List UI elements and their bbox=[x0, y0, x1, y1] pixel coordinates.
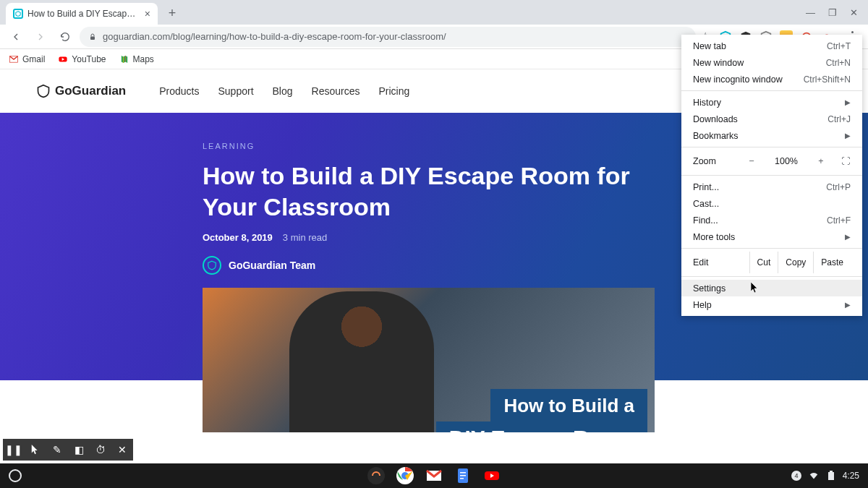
tab-strip: How to Build a DIY Escape Room × + — ❐ ✕ bbox=[0, 0, 868, 25]
menu-new-window[interactable]: New windowCtrl+N bbox=[681, 54, 862, 71]
svg-rect-13 bbox=[460, 478, 464, 479]
screen-recorder-toolbar: ❚❚ ✎ ◧ ⏱ ✕ bbox=[3, 439, 133, 461]
menu-new-tab[interactable]: New tabCtrl+T bbox=[681, 38, 862, 54]
menu-find[interactable]: Find...Ctrl+F bbox=[681, 212, 862, 228]
app-gmail-icon[interactable] bbox=[425, 466, 443, 485]
menu-incognito[interactable]: New incognito windowCtrl+Shift+N bbox=[681, 71, 862, 87]
menu-cut[interactable]: Cut bbox=[749, 252, 778, 273]
app-docs-icon[interactable] bbox=[454, 466, 472, 485]
rec-close-button[interactable]: ✕ bbox=[111, 439, 133, 461]
app-chrome-icon[interactable] bbox=[396, 466, 414, 485]
author-badge-icon bbox=[203, 256, 221, 275]
menu-settings[interactable]: Settings bbox=[681, 280, 862, 296]
close-tab-icon[interactable]: × bbox=[145, 8, 150, 20]
svg-rect-17 bbox=[828, 472, 834, 480]
mouse-cursor-icon bbox=[751, 282, 760, 294]
zoom-out-button[interactable]: − bbox=[744, 156, 759, 166]
zoom-in-button[interactable]: + bbox=[814, 156, 828, 166]
maximize-button[interactable]: ❐ bbox=[828, 7, 837, 18]
maps-icon bbox=[119, 54, 129, 64]
menu-edit-row: Edit Cut Copy Paste bbox=[681, 252, 862, 273]
launcher-button[interactable] bbox=[9, 469, 22, 482]
wifi-icon[interactable] bbox=[808, 470, 820, 481]
bookmark-youtube[interactable]: YouTube bbox=[58, 54, 106, 64]
shelf-apps bbox=[367, 466, 501, 485]
rec-pen-button[interactable]: ✎ bbox=[46, 439, 68, 461]
svg-rect-12 bbox=[460, 475, 466, 476]
svg-text:4: 4 bbox=[794, 472, 798, 479]
thumb-overlay-line2: DIY Escape Room bbox=[436, 421, 647, 432]
new-tab-button[interactable]: + bbox=[162, 3, 182, 23]
article-author: GoGuardian Team bbox=[203, 256, 665, 275]
article-title: How to Build a DIY Escape Room for Your … bbox=[203, 160, 665, 222]
rec-eraser-button[interactable]: ◧ bbox=[68, 439, 90, 461]
menu-print[interactable]: Print...Ctrl+P bbox=[681, 179, 862, 195]
menu-copy[interactable]: Copy bbox=[778, 252, 813, 273]
rec-pointer-button[interactable] bbox=[25, 439, 46, 461]
article-meta: October 8, 2019 3 min read bbox=[203, 232, 665, 243]
notifications-icon[interactable]: 4 bbox=[791, 470, 802, 481]
video-thumbnail[interactable]: How to Build a DIY Escape Room bbox=[203, 288, 655, 432]
window-controls: — ❐ ✕ bbox=[806, 0, 868, 25]
fullscreen-button[interactable]: ⛶ bbox=[841, 156, 851, 166]
rec-timer-button[interactable]: ⏱ bbox=[90, 439, 111, 461]
thumb-overlay-line1: How to Build a bbox=[490, 389, 647, 423]
app-screencastify-icon[interactable] bbox=[367, 466, 386, 485]
chrome-menu: New tabCtrl+T New windowCtrl+N New incog… bbox=[681, 35, 862, 316]
svg-rect-18 bbox=[830, 471, 833, 472]
url-text: goguardian.com/blog/learning/how-to-buil… bbox=[103, 31, 446, 42]
lock-icon bbox=[88, 33, 97, 41]
back-button[interactable] bbox=[6, 27, 26, 47]
goguardian-favicon bbox=[13, 9, 23, 19]
browser-tab[interactable]: How to Build a DIY Escape Room × bbox=[6, 3, 158, 25]
menu-cast[interactable]: Cast... bbox=[681, 195, 862, 212]
address-bar[interactable]: goguardian.com/blog/learning/how-to-buil… bbox=[80, 27, 696, 47]
svg-point-6 bbox=[367, 467, 385, 484]
menu-zoom-row: Zoom − 100% + ⛶ bbox=[681, 150, 862, 172]
nav-pricing[interactable]: Pricing bbox=[378, 85, 409, 97]
close-window-button[interactable]: ✕ bbox=[850, 7, 858, 18]
tab-title: How to Build a DIY Escape Room bbox=[27, 9, 140, 19]
nav-products[interactable]: Products bbox=[159, 85, 199, 97]
menu-paste[interactable]: Paste bbox=[813, 252, 851, 273]
svg-rect-11 bbox=[460, 472, 466, 474]
menu-downloads[interactable]: DownloadsCtrl+J bbox=[681, 111, 862, 127]
nav-blog[interactable]: Blog bbox=[273, 85, 293, 97]
reload-button[interactable] bbox=[55, 27, 75, 47]
os-shelf: 4 4:25 bbox=[0, 463, 868, 488]
menu-help[interactable]: Help▶ bbox=[681, 296, 862, 313]
system-tray[interactable]: 4 4:25 bbox=[791, 470, 859, 481]
goguardian-logo-icon bbox=[36, 84, 51, 98]
forward-button[interactable] bbox=[30, 27, 51, 47]
article-date: October 8, 2019 bbox=[203, 232, 273, 243]
article-read-time: 3 min read bbox=[283, 232, 327, 243]
rec-pause-button[interactable]: ❚❚ bbox=[3, 439, 25, 461]
youtube-icon bbox=[58, 54, 68, 64]
site-logo[interactable]: GoGuardian bbox=[36, 84, 126, 98]
app-youtube-icon[interactable] bbox=[482, 466, 501, 485]
gmail-icon bbox=[9, 54, 19, 64]
menu-bookmarks[interactable]: Bookmarks▶ bbox=[681, 127, 862, 144]
bookmark-gmail[interactable]: Gmail bbox=[9, 54, 45, 64]
bookmark-maps[interactable]: Maps bbox=[119, 54, 154, 64]
svg-rect-0 bbox=[90, 36, 95, 40]
zoom-value: 100% bbox=[772, 156, 801, 166]
clock[interactable]: 4:25 bbox=[843, 471, 859, 481]
nav-support[interactable]: Support bbox=[218, 85, 253, 97]
menu-history[interactable]: History▶ bbox=[681, 94, 862, 111]
thumbnail-person bbox=[289, 291, 434, 432]
nav-resources[interactable]: Resources bbox=[312, 85, 360, 97]
author-name: GoGuardian Team bbox=[229, 260, 315, 271]
menu-more-tools[interactable]: More tools▶ bbox=[681, 228, 862, 245]
article-category: LEARNING bbox=[203, 142, 665, 150]
battery-icon[interactable] bbox=[825, 470, 837, 481]
minimize-button[interactable]: — bbox=[806, 7, 815, 18]
